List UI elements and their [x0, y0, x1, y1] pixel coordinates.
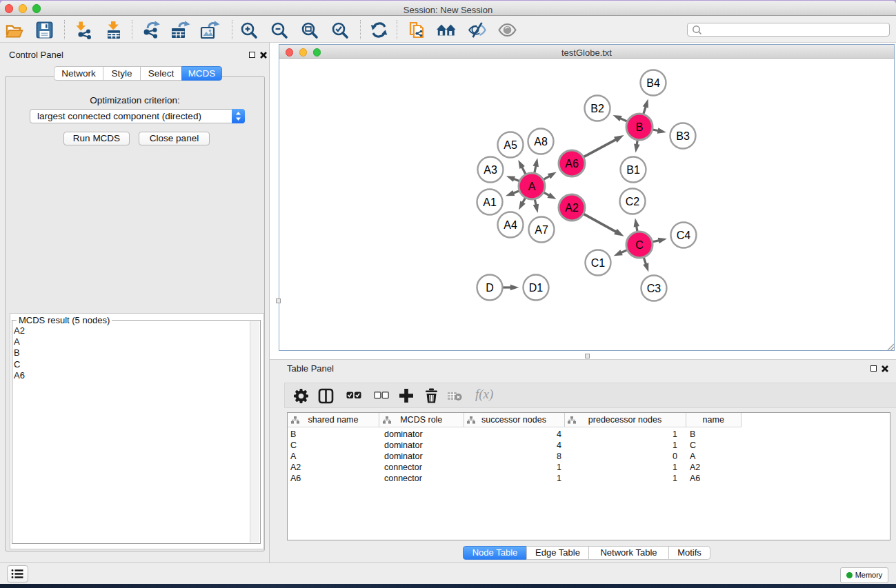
- svg-text:B1: B1: [626, 164, 640, 176]
- svg-text:C3: C3: [647, 283, 661, 294]
- svg-text:B3: B3: [676, 130, 690, 142]
- svg-text:A7: A7: [535, 224, 548, 236]
- svg-text:D1: D1: [529, 282, 544, 294]
- svg-text:A6: A6: [565, 158, 579, 170]
- svg-text:C: C: [635, 239, 644, 251]
- svg-text:C2: C2: [626, 196, 640, 207]
- svg-text:A3: A3: [484, 164, 497, 176]
- svg-text:A5: A5: [504, 139, 517, 151]
- svg-text:A1: A1: [483, 196, 497, 208]
- svg-text:A2: A2: [565, 202, 579, 214]
- svg-text:B: B: [636, 121, 644, 133]
- svg-text:A8: A8: [534, 136, 548, 148]
- svg-text:D: D: [486, 282, 494, 294]
- svg-text:B2: B2: [590, 103, 604, 114]
- svg-text:A: A: [528, 181, 536, 192]
- svg-text:B4: B4: [646, 77, 660, 89]
- svg-text:C4: C4: [677, 230, 691, 241]
- svg-text:A4: A4: [504, 219, 517, 231]
- svg-text:C1: C1: [591, 257, 606, 269]
